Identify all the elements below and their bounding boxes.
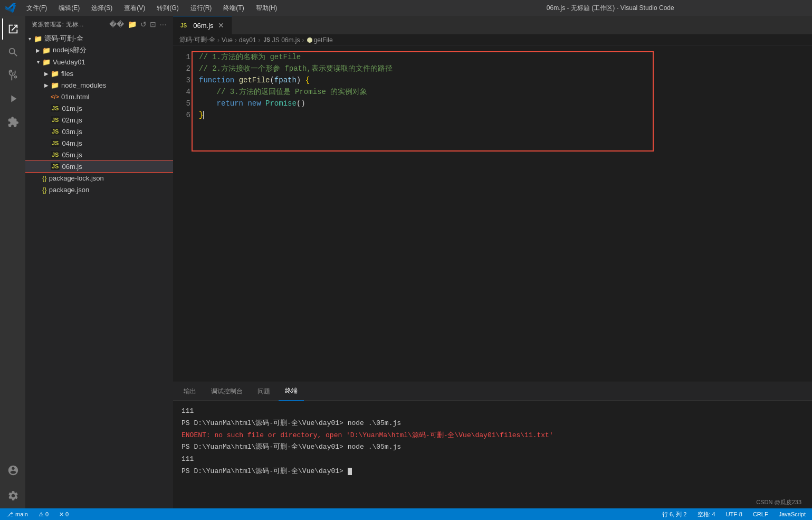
- folder-icon: 📁: [51, 81, 59, 89]
- code-text[interactable]: // 1.方法的名称为 getFile // 2.方法接收一个形参 fpath,…: [197, 51, 812, 121]
- status-eol[interactable]: CRLF: [751, 511, 770, 517]
- tree-item-05mjs[interactable]: ▶ JS 05m.js: [25, 149, 173, 160]
- activity-scm[interactable]: [2, 65, 23, 86]
- breadcrumb-item-1[interactable]: Vue: [222, 36, 233, 44]
- nodejs-label: nodejs部分: [53, 45, 87, 55]
- 02mjs-label: 02m.js: [62, 116, 82, 124]
- code-line-5: return new Promise(): [199, 98, 812, 109]
- code-lines: 1 2 3 4 5 6 // 1.方法的名称为 getFile // 2.方法接…: [173, 51, 812, 121]
- 01mhtml-label: 01m.html: [61, 93, 89, 101]
- code-line-3: function getFile(fpath) {: [199, 74, 812, 86]
- file-tree: ▾ 📁 源码-可删-全 ▶ 📁 nodejs部分 ▾ 📁 Vue\day01: [25, 33, 173, 508]
- sidebar-title: 资源管理器: 无标...: [32, 21, 106, 29]
- 05mjs-label: 05m.js: [62, 151, 82, 159]
- tree-item-06mjs[interactable]: ▶ JS 06m.js: [25, 160, 173, 172]
- tab-bar: JS 06m.js ✕: [173, 16, 812, 34]
- tree-item-01mjs[interactable]: ▶ JS 01m.js: [25, 102, 173, 114]
- menu-file[interactable]: 文件(F): [21, 3, 52, 14]
- status-encoding[interactable]: UTF-8: [724, 511, 744, 517]
- menu-goto[interactable]: 转到(G): [151, 3, 184, 14]
- js-file-icon: JS: [51, 116, 60, 124]
- package-json-label: package.json: [49, 186, 90, 194]
- html-file-icon: </>: [51, 93, 59, 100]
- 01mjs-label: 01m.js: [62, 105, 82, 112]
- status-errors[interactable]: ✕ 0: [57, 511, 71, 518]
- terminal-line-6: PS D:\YuanMa\html\源码-可删-全\Vue\day01>: [181, 466, 804, 477]
- tree-item-vueday01[interactable]: ▾ 📁 Vue\day01: [25, 56, 173, 68]
- tree-item-02mjs[interactable]: ▶ JS 02m.js: [25, 114, 173, 126]
- status-bar: ⎇ main ⚠ 0 ✕ 0 行 6, 列 2 空格: 4 UTF-8 CRLF…: [0, 508, 812, 520]
- panel-tab-problems[interactable]: 问题: [251, 382, 276, 401]
- activity-account[interactable]: [2, 460, 23, 481]
- main-layout: 资源管理器: 无标... �� 📁 ↺ ⊡ ··· ▾ 📁 源码-可删-全 ▶ …: [0, 16, 812, 508]
- status-warnings[interactable]: ⚠ 0: [36, 511, 51, 518]
- folder-icon: 📁: [42, 58, 51, 66]
- code-line-4: // 3.方法的返回值是 Promise 的实例对象: [199, 86, 812, 98]
- tree-item-01mhtml[interactable]: ▶ </> 01m.html: [25, 91, 173, 102]
- activity-run[interactable]: [2, 88, 23, 109]
- js-file-icon: JS: [51, 139, 60, 147]
- activity-bar: [0, 16, 25, 508]
- menu-run[interactable]: 运行(R): [185, 3, 217, 14]
- tree-item-files[interactable]: ▶ 📁 files: [25, 68, 173, 79]
- more-actions-icon[interactable]: ···: [160, 20, 167, 29]
- terminal-cursor: [348, 468, 352, 475]
- menu-view[interactable]: 查看(V): [119, 3, 150, 14]
- new-file-icon[interactable]: ��: [109, 20, 125, 29]
- activity-settings[interactable]: [2, 485, 23, 506]
- terminal-line-5: 111: [181, 454, 804, 465]
- js-file-icon: JS: [51, 163, 60, 170]
- status-branch[interactable]: ⎇ main: [4, 511, 30, 518]
- files-label: files: [61, 70, 73, 78]
- code-editor[interactable]: 1 2 3 4 5 6 // 1.方法的名称为 getFile // 2.方法接…: [173, 46, 812, 382]
- json-file-icon: {}: [42, 174, 47, 182]
- menu-terminal[interactable]: 终端(T): [218, 3, 249, 14]
- terminal-line-4: PS D:\YuanMa\html\源码-可删-全\Vue\day01> nod…: [181, 442, 804, 453]
- js-file-icon: JS: [51, 128, 60, 135]
- node-modules-label: node_modules: [61, 81, 106, 89]
- js-file-icon: JS: [51, 105, 60, 112]
- refresh-icon[interactable]: ↺: [140, 20, 147, 29]
- menu-edit[interactable]: 编辑(E): [53, 3, 85, 14]
- terminal-content[interactable]: 111 PS D:\YuanMa\html\源码-可删-全\Vue\day01>…: [173, 401, 812, 508]
- terminal-line-2: PS D:\YuanMa\html\源码-可删-全\Vue\day01> nod…: [181, 418, 804, 429]
- status-right: 行 6, 列 2 空格: 4 UTF-8 CRLF JavaScript: [660, 510, 808, 518]
- panel-tab-terminal[interactable]: 终端: [279, 382, 304, 401]
- tab-06mjs[interactable]: JS 06m.js ✕: [173, 16, 232, 34]
- breadcrumb-item-4[interactable]: getFile: [307, 36, 333, 44]
- tab-close-button[interactable]: ✕: [217, 21, 225, 30]
- status-spaces[interactable]: 空格: 4: [695, 510, 718, 518]
- new-folder-icon[interactable]: 📁: [128, 20, 137, 29]
- breadcrumb-item-2[interactable]: day01: [239, 36, 256, 44]
- watermark: CSDN @瓜皮233: [756, 498, 801, 506]
- panel-tab-debug[interactable]: 调试控制台: [205, 382, 249, 401]
- tree-item-nodejs[interactable]: ▶ 📁 nodejs部分: [25, 44, 173, 56]
- tab-label: 06m.js: [193, 22, 213, 30]
- menu-bar: 文件(F) 编辑(E) 选择(S) 查看(V) 转到(G) 运行(R) 终端(T…: [21, 3, 414, 14]
- breadcrumb-item-0[interactable]: 源码-可删-全: [179, 35, 215, 44]
- activity-explorer[interactable]: [2, 18, 23, 40]
- panel-tab-output[interactable]: 输出: [177, 382, 203, 401]
- sidebar-actions: �� 📁 ↺ ⊡ ···: [109, 20, 167, 29]
- tree-item-04mjs[interactable]: ▶ JS 04m.js: [25, 137, 173, 149]
- 04mjs-label: 04m.js: [62, 139, 82, 147]
- collapse-icon[interactable]: ⊡: [150, 20, 157, 29]
- js-file-icon: JS: [51, 151, 60, 158]
- tree-root-folder[interactable]: ▾ 📁 源码-可删-全: [25, 33, 173, 44]
- breadcrumb-item-3[interactable]: JS JS 06m.js: [263, 36, 300, 44]
- tree-item-package-lock[interactable]: ▶ {} package-lock.json: [25, 172, 173, 184]
- package-lock-label: package-lock.json: [49, 174, 104, 182]
- status-left: ⎇ main ⚠ 0 ✕ 0: [4, 511, 71, 518]
- code-line-1: // 1.方法的名称为 getFile: [199, 51, 812, 63]
- activity-extensions[interactable]: [2, 111, 23, 133]
- tree-item-node-modules[interactable]: ▶ 📁 node_modules: [25, 79, 173, 91]
- status-position[interactable]: 行 6, 列 2: [660, 510, 689, 518]
- menu-select[interactable]: 选择(S): [86, 3, 118, 14]
- tree-item-03mjs[interactable]: ▶ JS 03m.js: [25, 126, 173, 137]
- menu-help[interactable]: 帮助(H): [251, 3, 283, 14]
- terminal-line-1: 111: [181, 406, 804, 417]
- status-language[interactable]: JavaScript: [777, 511, 808, 517]
- activity-search[interactable]: [2, 42, 23, 63]
- tree-item-package-json[interactable]: ▶ {} package.json: [25, 184, 173, 195]
- code-line-6: }: [199, 109, 812, 121]
